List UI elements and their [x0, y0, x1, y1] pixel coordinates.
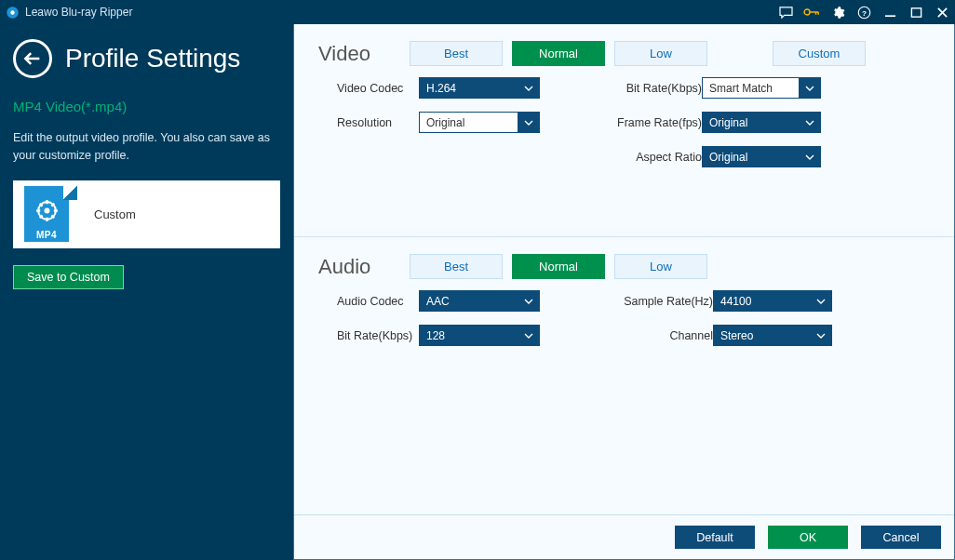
chevron-down-icon [810, 291, 831, 311]
samplerate-label: Sample Rate(Hz) [605, 295, 713, 308]
chevron-down-icon [810, 326, 831, 345]
aspect-value: Original [703, 151, 799, 164]
sidebar: Profile Settings MP4 Video(*.mp4) Edit t… [0, 24, 293, 560]
aspect-select[interactable]: Original [702, 146, 821, 167]
resolution-select[interactable]: Original [419, 112, 540, 133]
chevron-down-icon [518, 113, 539, 132]
video-title: Video [318, 42, 410, 66]
profile-card-label: Custom [94, 207, 136, 221]
video-preset-row: Best Normal Low Custom [410, 41, 866, 66]
audio-preset-row: Best Normal Low [410, 254, 707, 279]
minimize-button[interactable] [877, 0, 903, 24]
video-panel: Video Best Normal Low Custom Video Codec… [294, 24, 954, 236]
video-bitrate-select[interactable]: Smart Match [702, 77, 821, 99]
header-row: Profile Settings [13, 39, 280, 78]
cancel-button[interactable]: Cancel [861, 526, 941, 549]
ok-button[interactable]: OK [768, 526, 848, 549]
arrow-left-icon [22, 50, 41, 67]
svg-rect-5 [911, 7, 921, 16]
chevron-down-icon [518, 291, 539, 311]
back-button[interactable] [13, 39, 52, 78]
register-key-button[interactable] [799, 0, 825, 24]
audio-bitrate-label: Bit Rate(Kbps) [337, 329, 419, 342]
chevron-down-icon [518, 78, 539, 98]
footer-bar: Default OK Cancel [294, 514, 954, 559]
app-logo-icon [6, 6, 20, 20]
mp4-file-icon: MP4 [24, 186, 77, 242]
audio-title: Audio [318, 255, 410, 279]
framerate-value: Original [703, 116, 799, 129]
resolution-label: Resolution [337, 116, 419, 129]
audio-fields: Audio Codec AAC Sample Rate(Hz) 44100 Bi… [318, 279, 930, 346]
video-preset-low[interactable]: Low [614, 41, 707, 66]
audio-panel: Audio Best Normal Low Audio Codec AAC Sa… [294, 237, 954, 350]
samplerate-value: 44100 [714, 295, 810, 308]
profile-name: MP4 Video(*.mp4) [13, 99, 280, 114]
video-bitrate-value: Smart Match [703, 82, 799, 95]
svg-point-7 [45, 208, 50, 214]
audio-bitrate-value: 128 [420, 329, 518, 342]
resolution-value: Original [420, 116, 518, 129]
audio-bitrate-select[interactable]: 128 [419, 325, 540, 346]
video-preset-custom[interactable]: Custom [773, 41, 866, 66]
framerate-select[interactable]: Original [702, 112, 821, 133]
profile-description: Edit the output video profile. You also … [13, 129, 274, 166]
save-to-custom-button[interactable]: Save to Custom [13, 265, 124, 289]
profile-card[interactable]: MP4 Custom [13, 180, 280, 248]
svg-point-2 [804, 9, 810, 15]
audio-codec-value: AAC [420, 295, 518, 308]
video-header: Video Best Normal Low Custom [318, 41, 930, 66]
svg-point-1 [10, 10, 14, 14]
mp4-tag: MP4 [24, 230, 69, 240]
samplerate-select[interactable]: 44100 [713, 290, 832, 312]
audio-codec-label: Audio Codec [337, 295, 419, 308]
video-codec-value: H.264 [420, 82, 518, 95]
video-bitrate-label: Bit Rate(Kbps) [605, 82, 702, 95]
svg-text:?: ? [862, 8, 867, 17]
maximize-button[interactable] [903, 0, 929, 24]
channel-select[interactable]: Stereo [713, 325, 832, 346]
audio-codec-select[interactable]: AAC [419, 290, 540, 312]
framerate-label: Frame Rate(fps) [605, 116, 702, 129]
video-codec-select[interactable]: H.264 [419, 77, 540, 99]
page-title: Profile Settings [65, 44, 240, 73]
app-title: Leawo Blu-ray Ripper [25, 6, 132, 19]
title-bar: Leawo Blu-ray Ripper ? [0, 0, 955, 24]
help-button[interactable]: ? [851, 0, 877, 24]
default-button[interactable]: Default [675, 526, 755, 549]
video-preset-best[interactable]: Best [410, 41, 503, 66]
settings-gear-button[interactable] [825, 0, 851, 24]
video-fields: Video Codec H.264 Bit Rate(Kbps) Smart M… [318, 66, 930, 167]
audio-header: Audio Best Normal Low [318, 254, 930, 279]
chevron-down-icon [799, 147, 820, 167]
main-panel: Video Best Normal Low Custom Video Codec… [293, 24, 955, 560]
channel-label: Channel [605, 329, 713, 342]
chevron-down-icon [799, 113, 820, 132]
video-codec-label: Video Codec [337, 82, 419, 95]
aspect-label: Aspect Ratio [605, 151, 702, 164]
audio-preset-normal[interactable]: Normal [512, 254, 605, 279]
audio-preset-low[interactable]: Low [614, 254, 707, 279]
channel-value: Stereo [714, 329, 810, 342]
video-preset-normal[interactable]: Normal [512, 41, 605, 66]
feedback-button[interactable] [773, 0, 799, 24]
chevron-down-icon [518, 326, 539, 345]
main-body: Profile Settings MP4 Video(*.mp4) Edit t… [0, 24, 955, 560]
audio-preset-best[interactable]: Best [410, 254, 503, 279]
close-button[interactable] [929, 0, 955, 24]
chevron-down-icon [799, 78, 820, 98]
